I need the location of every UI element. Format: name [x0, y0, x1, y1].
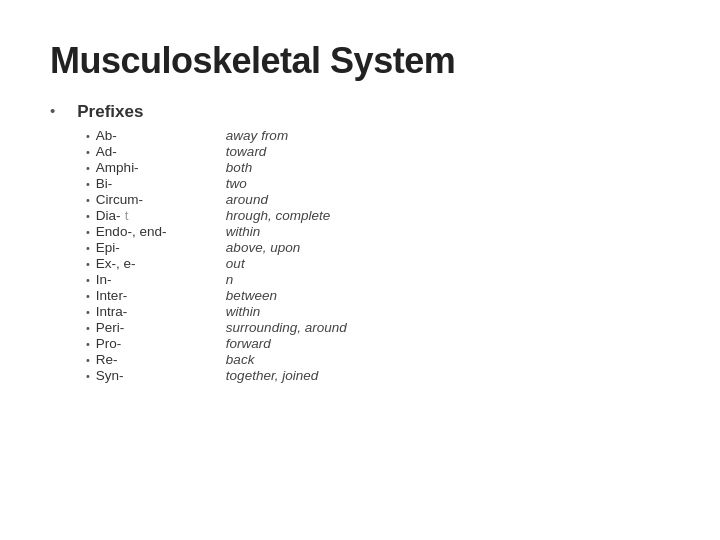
- list-item: •Peri-surrounding, around: [86, 320, 670, 335]
- sub-bullet: •: [86, 338, 90, 350]
- prefix-meaning: out: [226, 256, 245, 271]
- prefix-term: Syn-: [96, 368, 226, 383]
- sub-bullet: •: [86, 130, 90, 142]
- prefix-meaning: within: [226, 304, 261, 319]
- prefixes-header: • Prefixes: [50, 102, 670, 122]
- sub-bullet: •: [86, 322, 90, 334]
- slide-title: Musculoskeletal System: [50, 40, 670, 82]
- list-item: •In-n: [86, 272, 670, 287]
- prefix-term: Inter-: [96, 288, 226, 303]
- list-item: •Intra-within: [86, 304, 670, 319]
- sub-bullet: •: [86, 354, 90, 366]
- prefix-meaning: two: [226, 176, 247, 191]
- sub-bullet: •: [86, 274, 90, 286]
- main-bullet: •: [50, 102, 55, 119]
- prefix-term: Peri-: [96, 320, 226, 335]
- prefix-term: Dia-t: [96, 208, 226, 223]
- prefix-term: Ad-: [96, 144, 226, 159]
- sub-bullet: •: [86, 290, 90, 302]
- prefix-meaning: within: [226, 224, 261, 239]
- section-label: Prefixes: [77, 102, 143, 122]
- list-item: •Bi-two: [86, 176, 670, 191]
- prefix-meaning: surrounding, around: [226, 320, 347, 335]
- list-item: •Inter-between: [86, 288, 670, 303]
- prefix-meaning: above, upon: [226, 240, 300, 255]
- list-item: •Endo-, end-within: [86, 224, 670, 239]
- prefix-term: Circum-: [96, 192, 226, 207]
- sub-bullet: •: [86, 210, 90, 222]
- prefix-term: Endo-, end-: [96, 224, 226, 239]
- prefix-meaning: both: [226, 160, 252, 175]
- list-item: •Ex-, e-out: [86, 256, 670, 271]
- sub-bullet: •: [86, 178, 90, 190]
- prefix-term: In-: [96, 272, 226, 287]
- prefix-meaning: hrough, complete: [226, 208, 330, 223]
- sub-bullet: •: [86, 226, 90, 238]
- list-item: •Re-back: [86, 352, 670, 367]
- prefix-term: Ab-: [96, 128, 226, 143]
- list-item: •Ab-away from: [86, 128, 670, 143]
- list-item: •Pro-forward: [86, 336, 670, 351]
- prefix-meaning: toward: [226, 144, 267, 159]
- prefix-meaning: between: [226, 288, 277, 303]
- list-item: •Dia-through, complete: [86, 208, 670, 223]
- prefix-meaning: forward: [226, 336, 271, 351]
- prefix-meaning: back: [226, 352, 255, 367]
- prefixes-list: •Ab-away from•Ad-toward•Amphi-both•Bi-tw…: [86, 128, 670, 384]
- prefix-term: Ex-, e-: [96, 256, 226, 271]
- slide: Musculoskeletal System • Prefixes •Ab-aw…: [0, 0, 720, 540]
- sub-bullet: •: [86, 370, 90, 382]
- prefix-meaning: together, joined: [226, 368, 318, 383]
- list-item: •Ad-toward: [86, 144, 670, 159]
- prefix-term: Pro-: [96, 336, 226, 351]
- sub-bullet: •: [86, 194, 90, 206]
- section-wrapper: • Prefixes •Ab-away from•Ad-toward•Amphi…: [50, 102, 670, 384]
- list-item: •Circum-around: [86, 192, 670, 207]
- sub-bullet: •: [86, 306, 90, 318]
- prefix-term: Bi-: [96, 176, 226, 191]
- sub-bullet: •: [86, 258, 90, 270]
- prefix-term: Epi-: [96, 240, 226, 255]
- prefix-term: Amphi-: [96, 160, 226, 175]
- sub-bullet: •: [86, 242, 90, 254]
- list-item: •Syn-together, joined: [86, 368, 670, 383]
- sub-bullet: •: [86, 146, 90, 158]
- prefix-term: Re-: [96, 352, 226, 367]
- prefix-term: Intra-: [96, 304, 226, 319]
- prefix-meaning: n: [226, 272, 234, 287]
- prefix-meaning: away from: [226, 128, 288, 143]
- list-item: •Amphi-both: [86, 160, 670, 175]
- prefix-extra: t: [125, 208, 129, 223]
- sub-bullet: •: [86, 162, 90, 174]
- prefix-meaning: around: [226, 192, 268, 207]
- list-item: •Epi-above, upon: [86, 240, 670, 255]
